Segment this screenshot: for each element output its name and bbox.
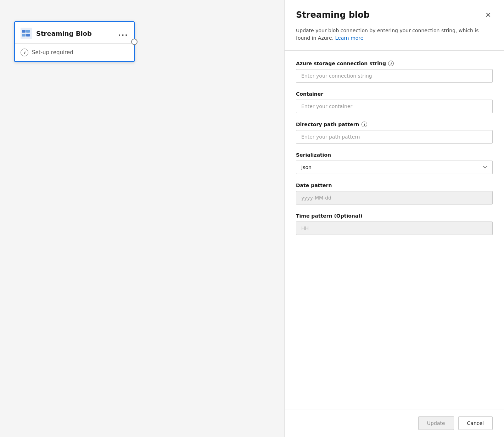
panel-description: Update your blob connection by entering … (285, 27, 504, 50)
container-input[interactable] (296, 100, 493, 113)
node-connector (131, 39, 138, 45)
connection-string-label: Azure storage connection string i (296, 61, 493, 66)
serialization-select[interactable]: Json CSV Avro Parquet (296, 161, 493, 174)
node-menu-button[interactable]: ... (118, 29, 128, 38)
cancel-button[interactable]: Cancel (458, 416, 493, 430)
directory-path-group: Directory path pattern i (296, 122, 493, 144)
connection-string-info-icon[interactable]: i (388, 61, 394, 66)
date-pattern-input (296, 191, 493, 205)
description-text: Update your blob connection by entering … (296, 28, 478, 41)
container-group: Container (296, 91, 493, 113)
node-header: Streaming Blob ... (15, 22, 134, 43)
svg-rect-2 (26, 30, 30, 33)
date-pattern-label: Date pattern (296, 183, 493, 188)
update-button[interactable]: Update (418, 416, 454, 430)
time-pattern-label: Time pattern (Optional) (296, 213, 493, 219)
svg-rect-4 (26, 34, 30, 37)
date-pattern-group: Date pattern (296, 183, 493, 205)
time-pattern-input (296, 222, 493, 235)
node-title: Streaming Blob (36, 30, 114, 37)
side-panel: Streaming blob ✕ Update your blob connec… (284, 0, 504, 437)
svg-rect-1 (22, 30, 26, 33)
canvas-area: Streaming Blob ... i Set-up required (0, 0, 284, 437)
panel-content: Azure storage connection string i Contai… (285, 51, 504, 409)
panel-footer: Update Cancel (285, 409, 504, 437)
close-button[interactable]: ✕ (484, 10, 493, 20)
blob-icon (21, 28, 32, 39)
info-icon: i (21, 49, 28, 56)
serialization-group: Serialization Json CSV Avro Parquet (296, 152, 493, 174)
learn-more-link[interactable]: Learn more (334, 35, 363, 41)
panel-title: Streaming blob (296, 10, 370, 20)
svg-rect-3 (22, 34, 26, 37)
connection-string-group: Azure storage connection string i (296, 61, 493, 83)
container-label: Container (296, 91, 493, 97)
directory-path-label: Directory path pattern i (296, 122, 493, 127)
streaming-blob-node: Streaming Blob ... i Set-up required (14, 21, 135, 62)
svg-rect-0 (21, 28, 32, 39)
directory-path-info-icon[interactable]: i (362, 122, 367, 127)
connection-string-input[interactable] (296, 69, 493, 83)
directory-path-input[interactable] (296, 130, 493, 144)
serialization-label: Serialization (296, 152, 493, 158)
node-status-text: Set-up required (32, 49, 73, 56)
time-pattern-group: Time pattern (Optional) (296, 213, 493, 235)
node-footer: i Set-up required (15, 44, 134, 61)
panel-header: Streaming blob ✕ (285, 0, 504, 27)
